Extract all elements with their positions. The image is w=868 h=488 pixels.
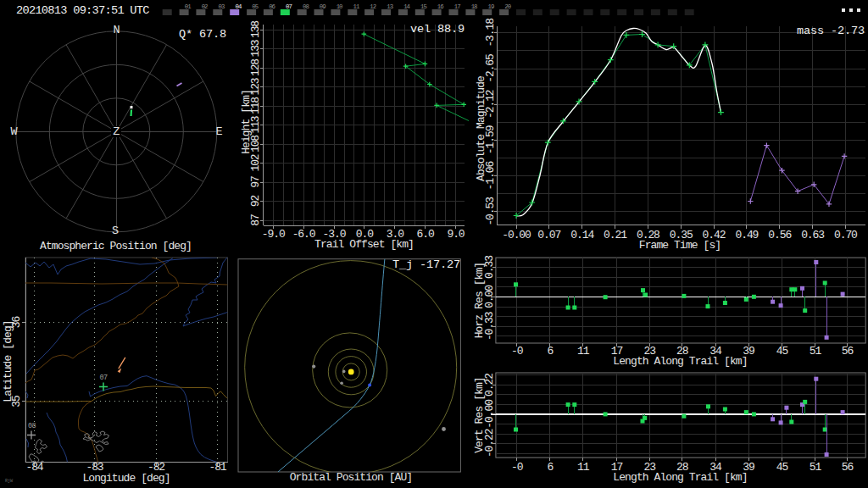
svg-text:-3.18: -3.18	[484, 19, 497, 47]
svg-text:Atmospheric Position [deg]: Atmospheric Position [deg]	[40, 240, 192, 252]
svg-text:6: 6	[547, 345, 553, 358]
svg-text:-6.0: -6.0	[292, 228, 315, 241]
svg-text:17: 17	[454, 3, 460, 10]
svg-text:Height [km]: Height [km]	[240, 90, 253, 154]
svg-text:18: 18	[471, 3, 477, 10]
svg-text:-0.53: -0.53	[484, 197, 497, 226]
svg-text:0.21: 0.21	[604, 229, 627, 241]
svg-text:Orbital Position [AU]: Orbital Position [AU]	[290, 471, 413, 484]
svg-text:Longitude [deg]: Longitude [deg]	[82, 472, 170, 485]
svg-text:W: W	[10, 125, 18, 138]
svg-text:15: 15	[420, 3, 426, 10]
svg-text:-0: -0	[511, 461, 523, 474]
svg-text:6.0: 6.0	[417, 228, 434, 241]
svg-text:07: 07	[286, 3, 292, 10]
svg-text:vel 88.9: vel 88.9	[410, 23, 465, 36]
svg-text:09: 09	[320, 3, 326, 10]
svg-text:RjW: RjW	[5, 479, 13, 484]
svg-text:20: 20	[504, 3, 510, 10]
svg-text:45: 45	[776, 461, 788, 474]
svg-text:Frame Time [s]: Frame Time [s]	[639, 239, 721, 252]
svg-text:138: 138	[249, 21, 262, 38]
svg-text:Z: Z	[113, 125, 120, 138]
svg-text:Length Along Trail [km]: Length Along Trail [km]	[613, 355, 747, 368]
svg-text:Horz Res [km]: Horz Res [km]	[473, 263, 486, 338]
svg-text:16: 16	[437, 3, 443, 10]
svg-text:-81: -81	[209, 461, 226, 474]
svg-text:Vert Res [km]: Vert Res [km]	[473, 377, 486, 452]
svg-text:Q* 67.8: Q* 67.8	[179, 28, 226, 41]
svg-text:05: 05	[252, 3, 258, 10]
svg-text:07: 07	[99, 374, 108, 382]
svg-text:0.63: 0.63	[801, 229, 824, 241]
svg-text:0.07: 0.07	[537, 229, 560, 241]
svg-text:08: 08	[28, 422, 36, 430]
svg-text:56: 56	[842, 461, 854, 474]
svg-text:92: 92	[249, 196, 262, 208]
svg-text:0.70: 0.70	[834, 229, 857, 241]
svg-text:-0: -0	[511, 345, 523, 358]
svg-text:Latitude [deg]: Latitude [deg]	[2, 320, 14, 402]
svg-text:51: 51	[810, 461, 822, 474]
svg-text:56: 56	[842, 345, 854, 358]
svg-text:0.56: 0.56	[768, 229, 791, 241]
svg-text:45: 45	[776, 345, 788, 358]
svg-text:02: 02	[202, 3, 208, 10]
svg-text:9.0: 9.0	[447, 228, 464, 241]
svg-text:S: S	[112, 225, 119, 237]
svg-text:19: 19	[487, 3, 493, 10]
svg-text:12: 12	[370, 3, 376, 10]
svg-text:6: 6	[547, 461, 553, 474]
svg-text:51: 51	[810, 345, 822, 358]
svg-text:T_j -17.27: T_j -17.27	[392, 258, 460, 271]
svg-text:133: 133	[249, 40, 262, 57]
svg-text:Length Along Trail [km]: Length Along Trail [km]	[613, 471, 747, 484]
svg-text:13: 13	[387, 3, 392, 10]
svg-text:102: 102	[249, 154, 262, 171]
svg-text:-0.00: -0.00	[502, 229, 531, 241]
svg-text:-9.0: -9.0	[262, 228, 285, 241]
svg-text:03: 03	[219, 3, 225, 10]
svg-text:-84: -84	[25, 461, 43, 474]
svg-text:11: 11	[577, 461, 590, 474]
svg-text:10: 10	[337, 3, 342, 10]
svg-text:97: 97	[249, 176, 262, 188]
svg-text:Trail Offset [km]: Trail Offset [km]	[314, 238, 414, 251]
svg-text:N: N	[113, 24, 120, 36]
svg-text:08: 08	[303, 3, 309, 10]
svg-text:0.14: 0.14	[570, 229, 594, 241]
svg-text:06: 06	[269, 3, 275, 10]
svg-text:mass -2.73: mass -2.73	[797, 25, 865, 37]
svg-text:0.49: 0.49	[735, 229, 758, 241]
svg-text:87: 87	[249, 214, 262, 226]
svg-text:E: E	[215, 125, 222, 138]
svg-text:20210813 09:37:51 UTC: 20210813 09:37:51 UTC	[16, 4, 149, 17]
svg-text:11: 11	[577, 345, 590, 358]
svg-text:Absolute Magnitude: Absolute Magnitude	[475, 76, 487, 181]
svg-text:128: 128	[249, 59, 262, 76]
